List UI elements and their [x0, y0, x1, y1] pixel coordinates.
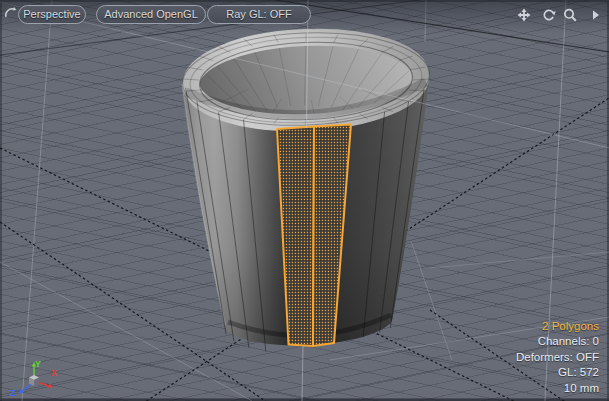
- shading-mode-button[interactable]: Advanced OpenGL: [96, 5, 206, 24]
- status-deformers: Deformers: OFF: [516, 350, 599, 366]
- status-selection: 2 Polygons: [516, 319, 599, 335]
- zoom-icon[interactable]: [565, 10, 576, 21]
- nav-icons: [512, 2, 607, 28]
- status-grid-size: 10 mm: [516, 381, 599, 397]
- status-gl: GL: 572: [516, 365, 599, 381]
- viewport-menu-arc-icon[interactable]: [4, 6, 18, 20]
- pan-icon[interactable]: [518, 9, 531, 22]
- cup-mesh[interactable]: [181, 28, 431, 352]
- viewport-3d[interactable]: Y X Z Perspective Advanced OpenGL Ray GL…: [0, 0, 609, 401]
- status-readout: 2 Polygons Channels: 0 Deformers: OFF GL…: [516, 319, 599, 397]
- status-channels: Channels: 0: [516, 334, 599, 350]
- perspective-button[interactable]: Perspective: [18, 5, 86, 24]
- orbit-icon[interactable]: [544, 10, 555, 19]
- axis-x-label: X: [51, 368, 57, 378]
- ray-gl-button[interactable]: Ray GL: OFF: [207, 5, 311, 24]
- axis-z-label: Z: [10, 388, 16, 398]
- expand-icon[interactable]: [593, 11, 599, 20]
- axis-y-label: Y: [35, 359, 41, 369]
- axis-gizmo: Y X Z: [10, 359, 57, 398]
